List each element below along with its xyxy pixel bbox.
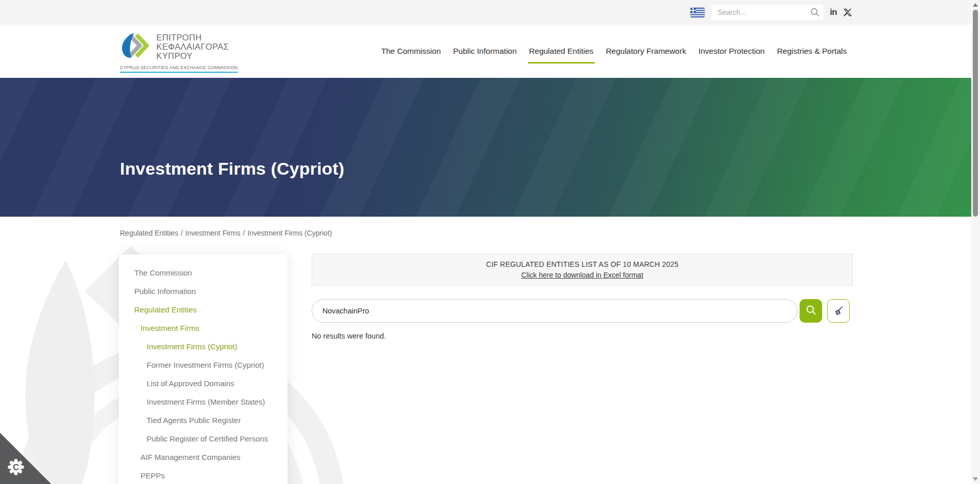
linkedin-icon[interactable]: in <box>830 7 837 17</box>
cysec-logo[interactable]: ΕΠΙΤΡΟΠΗ ΚΕΦΑΛΑΙΑΓΟΡΑΣ ΚΥΠΡΟΥ CYPRUS SEC… <box>120 30 238 73</box>
breadcrumb-item-investment-firms-cypriot[interactable]: Investment Firms (Cypriot) <box>248 229 332 237</box>
scrollbar-thumb[interactable] <box>973 10 978 217</box>
breadcrumb-separator: / <box>243 229 245 237</box>
cookie-letter: C <box>13 462 19 472</box>
sidebar-item-regulated-entities[interactable]: Regulated Entities <box>119 300 288 319</box>
nav-item-investor-protection[interactable]: Investor Protection <box>699 47 765 56</box>
sidebar-item-pepps[interactable]: PEPPs <box>119 466 288 484</box>
hero-banner: Investment Firms (Cypriot) <box>0 78 980 217</box>
sidebar-item-the-commission[interactable]: The Commission <box>119 263 288 282</box>
sidebar-item-investment-firms-cypriot[interactable]: Investment Firms (Cypriot) <box>119 337 288 355</box>
sidebar-item-tied-agents-public-register[interactable]: Tied Agents Public Register <box>119 411 288 429</box>
breadcrumb-item-investment-firms[interactable]: Investment Firms <box>186 229 240 237</box>
entity-search-button[interactable] <box>800 299 822 323</box>
page: in ΕΠΙΤΡΟΠΗ ΚΕΦΑΛΑΙΑΓΟ <box>0 0 980 484</box>
page-title: Investment Firms (Cypriot) <box>120 159 344 179</box>
broom-icon <box>833 305 844 317</box>
x-icon[interactable] <box>844 8 852 16</box>
breadcrumb-separator: / <box>181 229 183 237</box>
clear-search-button[interactable] <box>827 299 850 323</box>
nav-item-regulatory-framework[interactable]: Regulatory Framework <box>606 47 686 56</box>
scrollbar-track <box>971 0 980 484</box>
cysec-logo-icon <box>120 30 152 63</box>
search-icon[interactable] <box>810 8 820 17</box>
logo-text: ΕΠΙΤΡΟΠΗ ΚΕΦΑΛΑΙΑΓΟΡΑΣ ΚΥΠΡΟΥ <box>156 33 229 60</box>
sidebar-item-former-investment-firms-cypriot[interactable]: Former Investment Firms (Cypriot) <box>119 355 288 374</box>
sidebar-item-investment-firms[interactable]: Investment Firms <box>119 319 288 337</box>
topbar-search <box>711 5 823 20</box>
header: ΕΠΙΤΡΟΠΗ ΚΕΦΑΛΑΙΑΓΟΡΑΣ ΚΥΠΡΟΥ CYPRUS SEC… <box>0 25 980 78</box>
search-icon <box>806 305 816 317</box>
breadcrumb: Regulated Entities/Investment Firms/Inve… <box>120 229 332 237</box>
sidebar-item-public-register-of-certified-persons[interactable]: Public Register of Certified Persons <box>119 429 288 448</box>
nav-item-registries-portals[interactable]: Registries & Portals <box>777 47 847 56</box>
logo-subtitle: CYPRUS SECURITIES AND EXCHANGE COMMISSIO… <box>120 65 238 73</box>
scrollbar-up-arrow[interactable] <box>973 3 978 7</box>
topbar-search-input[interactable] <box>711 5 823 20</box>
nav-item-public-information[interactable]: Public Information <box>453 47 517 56</box>
scrollbar-down-arrow[interactable] <box>973 477 978 481</box>
sidebar-item-list-of-approved-domains[interactable]: List of Approved Domains <box>119 374 288 392</box>
sidebar: The CommissionPublic InformationRegulate… <box>119 255 288 484</box>
breadcrumb-item-regulated-entities[interactable]: Regulated Entities <box>120 229 178 237</box>
no-results-message: No results were found. <box>312 332 386 340</box>
nav-item-regulated-entities[interactable]: Regulated Entities <box>529 47 594 56</box>
sidebar-item-aif-management-companies[interactable]: AIF Management Companies <box>119 448 288 466</box>
topbar-right-cluster: in <box>690 0 852 25</box>
cookie-settings-button[interactable]: C <box>6 457 26 477</box>
cif-notice-title: CIF REGULATED ENTITIES LIST AS OF 10 MAR… <box>486 260 678 268</box>
sidebar-item-public-information[interactable]: Public Information <box>119 282 288 300</box>
cif-notice-box: CIF REGULATED ENTITIES LIST AS OF 10 MAR… <box>312 254 853 286</box>
excel-download-link[interactable]: Click here to download in Excel format <box>521 271 643 279</box>
main-nav: The CommissionPublic InformationRegulate… <box>381 25 847 78</box>
greek-flag-icon[interactable] <box>690 8 705 17</box>
entity-search-input[interactable] <box>312 299 798 323</box>
sidebar-item-investment-firms-member-states[interactable]: Investment Firms (Member States) <box>119 392 288 411</box>
topbar: in <box>0 0 980 25</box>
nav-item-the-commission[interactable]: The Commission <box>381 47 441 56</box>
